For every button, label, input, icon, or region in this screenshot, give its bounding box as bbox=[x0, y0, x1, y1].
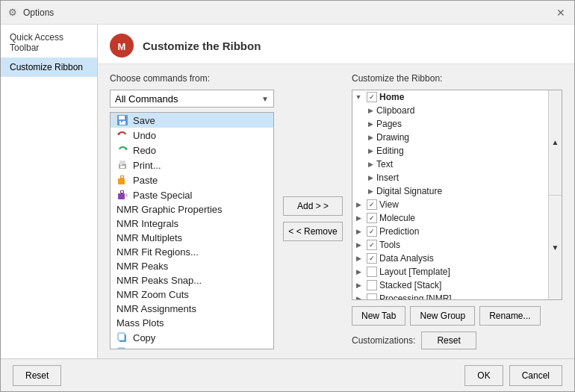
tree-item-digital-sig[interactable]: ▶ Digital Signature bbox=[352, 184, 548, 198]
tree-item-data-analysis[interactable]: ▶ ✓ Data Analysis bbox=[352, 252, 548, 265]
list-item-label: NMR Peaks Snap... bbox=[116, 275, 202, 286]
list-item[interactable]: NMR Graphic Properties bbox=[111, 202, 273, 217]
tree-item-label: Layout [Template] bbox=[379, 267, 450, 277]
list-item[interactable]: NMR Peaks bbox=[111, 259, 273, 273]
tree-item-label: Insert bbox=[376, 172, 399, 183]
redo-icon bbox=[116, 144, 128, 156]
chevron-down-icon: ▼ bbox=[261, 95, 269, 103]
commands-from-label: Choose commands from: bbox=[110, 73, 274, 84]
list-item[interactable]: * Paste Special bbox=[111, 187, 273, 202]
chevron-icon: ▶ bbox=[352, 214, 364, 222]
list-item[interactable]: Mass Plots bbox=[111, 316, 273, 330]
right-panel: Customize the Ribbon: ▼ ✓ Home ▶ bbox=[352, 73, 562, 349]
list-item[interactable]: Copy as Image bbox=[111, 345, 273, 349]
tree-item-molecule[interactable]: ▶ ✓ Molecule bbox=[352, 211, 548, 225]
tree-item-tools[interactable]: ▶ ✓ Tools bbox=[352, 238, 548, 252]
dialog-body: Quick Access Toolbar Customize Ribbon M … bbox=[1, 25, 574, 358]
svg-text:⚙: ⚙ bbox=[8, 7, 17, 18]
chevron-icon: ▶ bbox=[352, 255, 364, 262]
tree-item-insert[interactable]: ▶ Insert bbox=[352, 171, 548, 184]
commands-list[interactable]: Save Undo bbox=[111, 113, 273, 349]
tree-item-clipboard[interactable]: ▶ Clipboard bbox=[352, 104, 548, 117]
checkbox-tools[interactable]: ✓ bbox=[367, 240, 377, 250]
title-bar: ⚙ Options ✕ bbox=[1, 1, 574, 25]
tree-item-pages[interactable]: ▶ Pages bbox=[352, 117, 548, 131]
list-item[interactable]: Redo bbox=[111, 143, 273, 158]
list-item-label: Copy bbox=[133, 332, 155, 343]
list-item[interactable]: NMR Assignments bbox=[111, 302, 273, 316]
chevron-icon: ▶ bbox=[352, 281, 364, 289]
list-item[interactable]: Paste bbox=[111, 172, 273, 187]
list-item[interactable]: NMR Fit Regions... bbox=[111, 245, 273, 259]
tree-item-processing-nmr[interactable]: ▶ Processing [NMR] bbox=[352, 292, 548, 299]
list-item[interactable]: NMR Peaks Snap... bbox=[111, 273, 273, 287]
save-icon bbox=[116, 114, 128, 126]
paste-icon bbox=[116, 174, 128, 186]
scroll-down-button[interactable]: ▼ bbox=[549, 196, 562, 300]
list-item-label: NMR Zoom Cuts bbox=[116, 289, 189, 300]
scroll-up-button[interactable]: ▲ bbox=[549, 90, 562, 196]
svg-marker-8 bbox=[117, 133, 120, 135]
chevron-icon: ▼ bbox=[352, 93, 364, 101]
new-tab-button[interactable]: New Tab bbox=[352, 306, 405, 326]
list-item[interactable]: NMR Integrals bbox=[111, 217, 273, 231]
list-item[interactable]: Save bbox=[111, 113, 273, 128]
customizations-reset-button[interactable]: Reset bbox=[421, 332, 476, 349]
tree-item-editing[interactable]: ▶ Editing bbox=[352, 144, 548, 158]
tree-item-home[interactable]: ▼ ✓ Home bbox=[352, 90, 548, 104]
tree-item-prediction[interactable]: ▶ ✓ Prediction bbox=[352, 225, 548, 238]
commands-list-container: Save Undo bbox=[110, 112, 274, 349]
list-item[interactable]: NMR Zoom Cuts bbox=[111, 287, 273, 302]
close-button[interactable]: ✕ bbox=[553, 5, 568, 20]
list-item[interactable]: Print... bbox=[111, 158, 273, 172]
commands-dropdown[interactable]: All Commands ▼ bbox=[110, 90, 274, 108]
svg-text:M: M bbox=[118, 41, 126, 52]
left-panel: Choose commands from: All Commands ▼ bbox=[110, 73, 274, 349]
add-button[interactable]: Add > > bbox=[283, 196, 343, 216]
paste-special-icon: * bbox=[116, 189, 128, 201]
tree-item-label: Prediction bbox=[379, 226, 419, 237]
svg-rect-13 bbox=[120, 164, 122, 165]
footer-reset-button[interactable]: Reset bbox=[13, 365, 61, 386]
svg-text:*: * bbox=[125, 191, 128, 200]
tree-item-stacked[interactable]: ▶ Stacked [Stack] bbox=[352, 279, 548, 292]
cancel-button[interactable]: Cancel bbox=[509, 365, 562, 386]
checkbox-data-analysis[interactable]: ✓ bbox=[367, 253, 377, 264]
tree-item-view[interactable]: ▶ ✓ View bbox=[352, 198, 548, 211]
new-group-button[interactable]: New Group bbox=[410, 306, 475, 326]
tree-item-text[interactable]: ▶ Text bbox=[352, 158, 548, 171]
remove-button[interactable]: < < Remove bbox=[283, 222, 343, 241]
svg-rect-19 bbox=[121, 191, 123, 193]
list-item[interactable]: Copy bbox=[111, 330, 273, 345]
ribbon-tree[interactable]: ▼ ✓ Home ▶ Clipboard ▶ bbox=[352, 90, 548, 299]
tree-item-drawing[interactable]: ▶ Drawing bbox=[352, 131, 548, 144]
chevron-icon: ▶ bbox=[352, 268, 364, 276]
nav-customize-ribbon[interactable]: Customize Ribbon bbox=[1, 57, 97, 77]
list-item-label: Save bbox=[133, 115, 155, 126]
checkbox-molecule[interactable]: ✓ bbox=[367, 213, 377, 223]
list-item[interactable]: Undo bbox=[111, 128, 273, 143]
ribbon-action-buttons: New Tab New Group Rename... bbox=[352, 306, 562, 326]
checkbox-home[interactable]: ✓ bbox=[367, 92, 377, 102]
rename-button[interactable]: Rename... bbox=[479, 306, 540, 326]
tree-item-label: Molecule bbox=[379, 213, 415, 223]
nav-quick-access[interactable]: Quick Access Toolbar bbox=[1, 28, 97, 57]
checkbox-layout-template[interactable] bbox=[367, 267, 377, 277]
main-content: M Customize the Ribbon Choose commands f… bbox=[98, 25, 574, 358]
tree-item-label: Text bbox=[376, 159, 393, 169]
list-item-label: NMR Fit Regions... bbox=[116, 246, 199, 258]
list-item[interactable]: NMR Multiplets bbox=[111, 231, 273, 245]
scroll-buttons: ▲ ▼ bbox=[548, 90, 562, 299]
ribbon-tree-container: ▼ ✓ Home ▶ Clipboard ▶ bbox=[352, 90, 562, 300]
list-item-label: Copy as Image bbox=[133, 347, 198, 349]
tree-item-label: Data Analysis bbox=[379, 253, 434, 264]
tree-item-layout-template[interactable]: ▶ Layout [Template] bbox=[352, 265, 548, 279]
checkbox-stacked[interactable] bbox=[367, 280, 377, 290]
chevron-icon: ▶ bbox=[352, 295, 364, 299]
checkbox-prediction[interactable]: ✓ bbox=[367, 226, 377, 237]
chevron-icon: ▶ bbox=[352, 241, 364, 249]
checkbox-view[interactable]: ✓ bbox=[367, 199, 377, 210]
checkbox-processing-nmr[interactable] bbox=[367, 293, 377, 299]
ok-button[interactable]: OK bbox=[464, 365, 503, 386]
svg-rect-17 bbox=[118, 193, 125, 199]
